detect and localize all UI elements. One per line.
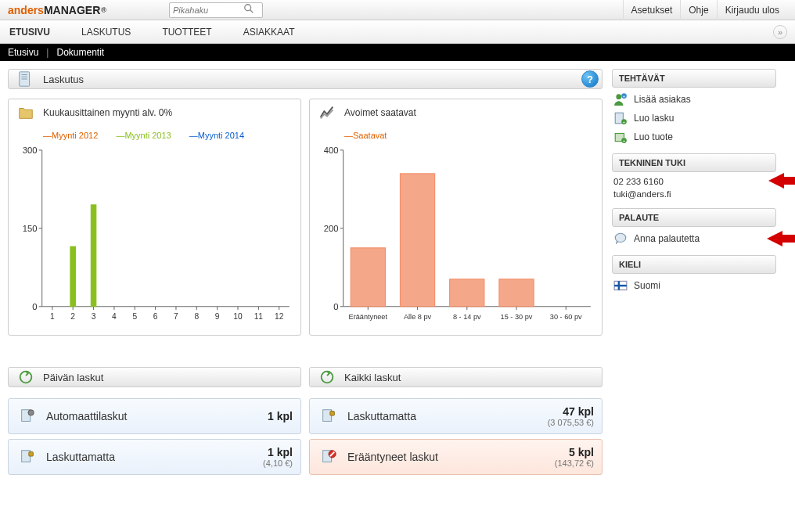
chart-open-legend: —Saatavat [316, 129, 595, 145]
svg-text:11: 11 [254, 312, 264, 321]
chart-open-body: —Saatavat 0200400ErääntyneetAlle 8 pv8 -… [310, 126, 602, 335]
page-heading: Laskutus ? [8, 69, 603, 89]
chart-monthly-body: —Myynti 2012 —Myynti 2013 —Myynti 2014 0… [9, 126, 300, 335]
nav-customers[interactable]: ASIAKKAAT [242, 27, 297, 38]
svg-point-0 [245, 5, 251, 11]
svg-text:+: + [623, 94, 625, 99]
svg-point-62 [20, 372, 32, 383]
svg-text:0: 0 [333, 302, 338, 311]
svg-text:400: 400 [324, 146, 339, 155]
card-unbilled-day-label: Laskuttamatta [46, 451, 115, 463]
gear-doc-icon [16, 408, 38, 425]
search-input[interactable] [173, 5, 243, 15]
task-create-invoice[interactable]: + Luo lasku [613, 111, 775, 125]
stop-doc-icon [318, 448, 340, 466]
chart-monthly-head: Kuukausittainen myynti alv. 0% [9, 99, 300, 126]
svg-text:Alle 8 pv: Alle 8 pv [404, 313, 432, 321]
legend-2012: —Myynti 2012 [43, 131, 106, 140]
svg-rect-56 [450, 279, 484, 307]
help-link[interactable]: Ohje [680, 0, 716, 20]
feedback-give[interactable]: Anna palautetta [613, 232, 775, 246]
flag-fi-icon [613, 279, 628, 293]
annotation-arrow-support [768, 171, 795, 191]
task-add-customer[interactable]: + Lisää asiakas [613, 92, 775, 106]
svg-point-67 [322, 372, 333, 383]
main-nav: ETUSIVU LASKUTUS TUOTTEET ASIAKKAAT » [0, 20, 795, 44]
settings-link[interactable]: Asetukset [623, 0, 681, 20]
nav-home[interactable]: ETUSIVU [8, 27, 52, 38]
chart-open-svg: 0200400ErääntyneetAlle 8 pv8 - 14 pv15 -… [316, 145, 595, 325]
lang-fi[interactable]: Suomi [613, 279, 775, 293]
card-auto-label: Automaattilaskut [46, 410, 128, 422]
card-overdue[interactable]: Erääntyneet laskut 5 kpl (143,72 €) [309, 439, 603, 475]
search-icon[interactable] [243, 3, 254, 16]
support-heading-label: TEKNINEN TUKI [619, 158, 685, 167]
chart-open-head: Avoimet saatavat [310, 99, 602, 126]
lock-doc-icon [16, 448, 38, 466]
card-auto-count: 1 kpl [268, 410, 293, 422]
speech-bubble-icon [613, 232, 628, 246]
card-overdue-label: Erääntyneet laskut [347, 451, 438, 463]
chevron-right-icon: » [778, 27, 782, 37]
svg-rect-87 [618, 282, 620, 290]
svg-text:1: 1 [50, 312, 55, 321]
support-heading: TEKNINEN TUKI [612, 153, 776, 172]
feedback-heading: PALAUTE [612, 208, 776, 227]
svg-text:300: 300 [23, 146, 38, 155]
card-unbilled-all-value: 47 kpl (3 075,53 €) [548, 405, 594, 427]
invoice-plus-icon: + [613, 111, 628, 125]
right-column: TEHTÄVÄT + Lisää asiakas + Luo lasku + L… [612, 69, 776, 475]
card-auto-invoices[interactable]: Automaattilaskut 1 kpl [8, 398, 301, 434]
content: Laskutus ? Kuukausittainen myynti alv. 0… [0, 61, 795, 483]
task-add-customer-label: Lisää asiakas [634, 94, 691, 105]
kpi-day-head: Päivän laskut [8, 367, 301, 387]
card-unbilled-day-value: 1 kpl (4,10 €) [263, 446, 293, 468]
svg-rect-59 [499, 279, 534, 307]
chart-monthly-sales: Kuukausittainen myynti alv. 0% —Myynti 2… [8, 99, 301, 336]
quick-search[interactable] [169, 2, 263, 18]
svg-text:8 - 14 pv: 8 - 14 pv [453, 313, 481, 321]
chart-open-receivables: Avoimet saatavat —Saatavat 0200400Eräänt… [309, 99, 603, 336]
logout-link[interactable]: Kirjaudu ulos [717, 0, 787, 20]
card-unbilled-all-count: 47 kpl [548, 405, 594, 418]
svg-text:0: 0 [32, 302, 37, 311]
invoice-icon [15, 70, 37, 88]
svg-text:Erääntyneet: Erääntyneet [349, 313, 388, 321]
card-unbilled-all-amount: (3 075,53 €) [548, 418, 594, 427]
support-email: tuki@anders.fi [613, 188, 775, 200]
support-info: 02 233 6160 tuki@anders.fi [612, 172, 776, 208]
nav-products[interactable]: TUOTTEET [160, 27, 213, 38]
card-auto-value: 1 kpl [268, 410, 293, 422]
page-title: Laskutus [43, 74, 84, 85]
lang-fi-label: Suomi [634, 280, 660, 291]
kpi-all-col: Kaikki laskut Laskuttamatta 47 kpl (3 07… [309, 367, 603, 475]
svg-text:+: + [623, 138, 625, 143]
svg-text:200: 200 [324, 224, 339, 233]
task-create-product[interactable]: + Luo tuote [613, 130, 775, 144]
card-unbilled-day[interactable]: Laskuttamatta 1 kpl (4,10 €) [8, 439, 301, 475]
kpi-all-title: Kaikki laskut [344, 372, 401, 383]
feedback-list: Anna palautetta [612, 227, 776, 255]
nav-billing[interactable]: LASKUTUS [80, 27, 132, 38]
help-icon[interactable]: ? [581, 70, 599, 88]
svg-marker-84 [767, 231, 795, 246]
card-unbilled-day-count: 1 kpl [263, 446, 293, 458]
kpi-row: Päivän laskut Automaattilaskut 1 kpl [8, 367, 603, 475]
card-unbilled-all[interactable]: Laskuttamatta 47 kpl (3 075,53 €) [309, 398, 603, 434]
svg-text:2: 2 [70, 312, 75, 321]
kpi-all-cards: Laskuttamatta 47 kpl (3 075,53 €) Eräänt… [309, 398, 603, 475]
left-column: Laskutus ? Kuukausittainen myynti alv. 0… [8, 69, 603, 475]
crumb-docs[interactable]: Dokumentit [56, 47, 104, 58]
nav-more-button[interactable]: » [773, 25, 787, 39]
svg-rect-86 [614, 285, 627, 286]
refresh-icon [316, 368, 338, 386]
svg-rect-18 [70, 246, 76, 307]
svg-line-1 [250, 10, 254, 13]
crumb-home[interactable]: Etusivu [8, 47, 38, 58]
crumb-sep: | [46, 47, 49, 58]
box-plus-icon: + [613, 130, 628, 144]
logo-part-b: MANAGER [44, 4, 100, 16]
folder-icon [15, 104, 37, 121]
card-overdue-value: 5 kpl (143,72 €) [555, 446, 594, 468]
svg-text:10: 10 [233, 312, 243, 321]
